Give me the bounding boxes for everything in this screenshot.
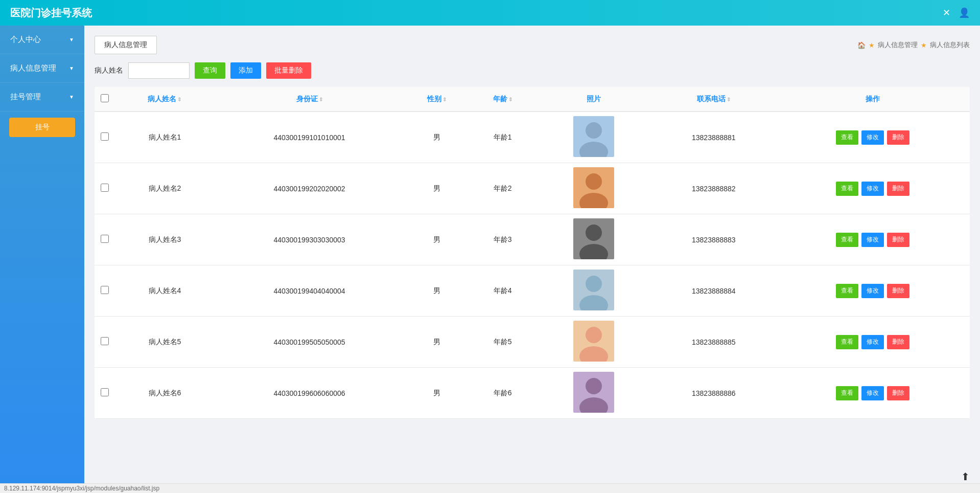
search-input[interactable] [128,62,190,79]
patient-name-cell: 病人姓名3 [115,214,215,265]
table-header-idcard[interactable]: 身份证⇕ [215,87,404,111]
patient-idcard-cell: 440300199101010001 [215,111,404,163]
patient-action-cell: 查看 修改 删除 [776,317,970,368]
main-content: 病人信息管理 🏠 ★ 病人信息管理 ★ 病人信息列表 病人姓名 查询 添加 批量… [84,26,980,493]
row-checkbox[interactable] [101,132,109,141]
patient-photo-cell [535,265,652,317]
edit-button[interactable]: 修改 [861,182,884,196]
chevron-down-icon: ▼ [69,94,74,100]
edit-button[interactable]: 修改 [861,130,884,145]
sidebar-item-personal-center[interactable]: 个人中心 ▼ [0,26,84,54]
row-checkbox[interactable] [101,286,109,294]
search-label: 病人姓名 [95,66,123,75]
patient-gender-cell: 男 [404,265,470,317]
row-checkbox-cell [95,265,115,317]
row-checkbox-cell [95,111,115,163]
patient-photo-cell [535,163,652,214]
sidebar-item-personal-center-label: 个人中心 [10,35,41,44]
patient-name-cell: 病人姓名6 [115,368,215,419]
app-title: 医院门诊挂号系统 [10,6,92,20]
table-row: 病人姓名2 440300199202020002 男 年龄2 138238888… [95,163,970,214]
view-button[interactable]: 查看 [836,182,858,196]
close-icon[interactable]: ✕ [943,7,950,18]
patient-idcard-cell: 440300199505050005 [215,317,404,368]
sidebar: 个人中心 ▼ 病人信息管理 ▼ 挂号管理 ▼ 挂号 [0,26,84,493]
patient-phone-cell: 13823888882 [652,163,776,214]
view-button[interactable]: 查看 [836,233,858,247]
row-checkbox[interactable] [101,388,109,396]
star-icon-2: ★ [921,41,927,49]
header-icons: ✕ 👤 [943,7,970,18]
table-row: 病人姓名6 440300199606060006 男 年龄6 138238888… [95,368,970,419]
delete-button[interactable]: 删除 [887,386,909,400]
table-header-name[interactable]: 病人姓名⇕ [115,87,215,111]
header: 医院门诊挂号系统 ✕ 👤 [0,0,980,26]
patient-action-cell: 查看 修改 删除 [776,163,970,214]
breadcrumb-item-2: 病人信息列表 [930,40,970,50]
sidebar-item-register[interactable]: 挂号 [9,118,75,137]
patient-age-cell: 年龄1 [470,111,535,163]
upload-icon[interactable]: ⬆ [961,470,970,483]
batch-delete-button[interactable]: 批量删除 [266,62,311,79]
view-button[interactable]: 查看 [836,386,858,400]
patient-age-cell: 年龄3 [470,214,535,265]
chevron-down-icon: ▼ [69,37,74,42]
patient-age-cell: 年龄2 [470,163,535,214]
patient-photo-cell [535,214,652,265]
page-title-button[interactable]: 病人信息管理 [95,36,157,54]
sidebar-item-register-management[interactable]: 挂号管理 ▼ [0,83,84,111]
patient-action-cell: 查看 修改 删除 [776,111,970,163]
patient-name-cell: 病人姓名5 [115,317,215,368]
layout: 个人中心 ▼ 病人信息管理 ▼ 挂号管理 ▼ 挂号 病人信息管理 🏠 ★ 病人信… [0,26,980,493]
table-header-gender[interactable]: 性别⇕ [404,87,470,111]
view-button[interactable]: 查看 [836,130,858,145]
table-header-checkbox [95,87,115,111]
patient-idcard-cell: 440300199202020002 [215,163,404,214]
delete-button[interactable]: 删除 [887,284,909,298]
sidebar-active-area: 挂号 [0,111,84,143]
patient-phone-cell: 13823888884 [652,265,776,317]
star-icon-1: ★ [869,41,875,49]
edit-button[interactable]: 修改 [861,284,884,298]
table-row: 病人姓名4 440300199404040004 男 年龄4 138238888… [95,265,970,317]
row-checkbox[interactable] [101,235,109,243]
view-button[interactable]: 查看 [836,335,858,349]
patient-photo-cell [535,317,652,368]
view-button[interactable]: 查看 [836,284,858,298]
patient-gender-cell: 男 [404,163,470,214]
table-header-age[interactable]: 年龄⇕ [470,87,535,111]
table-row: 病人姓名1 440300199101010001 男 年龄1 138238888… [95,111,970,163]
table-header-phone[interactable]: 联系电话⇕ [652,87,776,111]
home-icon[interactable]: 🏠 [857,41,866,49]
sidebar-item-patient-management[interactable]: 病人信息管理 ▼ [0,54,84,83]
status-url: 8.129.11.174:9014/jspmyu3xi/jsp/modules/… [4,485,159,492]
edit-button[interactable]: 修改 [861,335,884,349]
data-table-container: 病人姓名⇕ 身份证⇕ 性别⇕ 年龄⇕ 照片 联系电话⇕ 操作 病人姓名1 440… [95,87,970,419]
select-all-checkbox[interactable] [101,94,109,102]
svg-point-1 [586,122,602,139]
svg-point-13 [586,327,602,343]
row-checkbox-cell [95,163,115,214]
add-button[interactable]: 添加 [230,62,261,79]
row-checkbox[interactable] [101,337,109,345]
patient-photo-cell [535,111,652,163]
delete-button[interactable]: 删除 [887,335,909,349]
patient-avatar [573,270,614,310]
svg-point-10 [586,276,602,292]
edit-button[interactable]: 修改 [861,233,884,247]
sidebar-item-register-management-label: 挂号管理 [10,92,41,102]
search-button[interactable]: 查询 [195,62,225,79]
patient-action-cell: 查看 修改 删除 [776,265,970,317]
delete-button[interactable]: 删除 [887,130,909,145]
patient-gender-cell: 男 [404,368,470,419]
patient-avatar [573,321,614,362]
patient-gender-cell: 男 [404,214,470,265]
table-row: 病人姓名5 440300199505050005 男 年龄5 138238888… [95,317,970,368]
edit-button[interactable]: 修改 [861,386,884,400]
breadcrumb: 🏠 ★ 病人信息管理 ★ 病人信息列表 [857,40,970,50]
row-checkbox[interactable] [101,184,109,192]
delete-button[interactable]: 删除 [887,182,909,196]
user-icon[interactable]: 👤 [959,7,970,18]
patient-avatar [573,116,614,157]
delete-button[interactable]: 删除 [887,233,909,247]
